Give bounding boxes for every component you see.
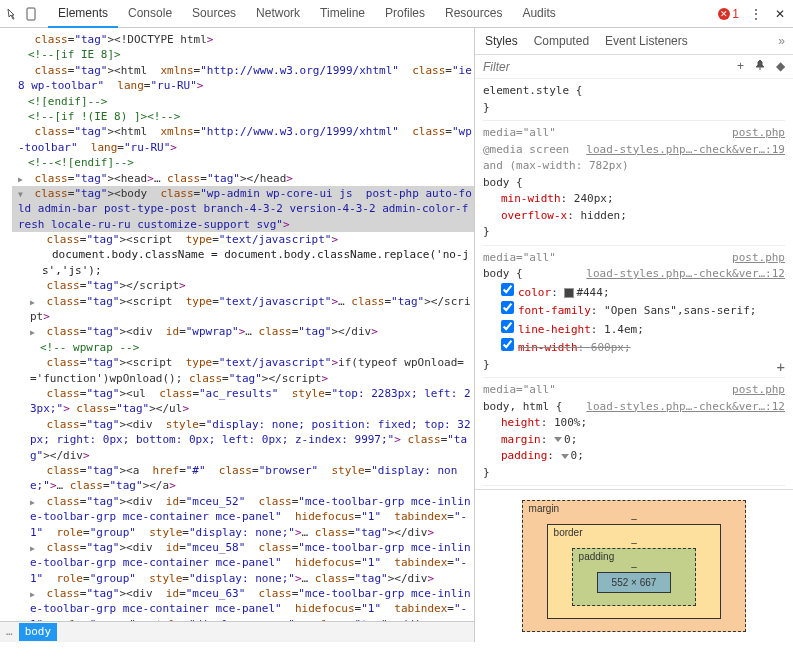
dom-node[interactable]: <![endif]--> [12, 94, 474, 109]
css-rules[interactable]: element.style {}media="all"post.php@medi… [475, 79, 793, 489]
error-icon: ✕ [718, 8, 730, 20]
padding-label: padding [579, 551, 615, 562]
expand-icon[interactable]: » [778, 34, 785, 48]
css-rule[interactable]: element.style {} [483, 79, 785, 121]
device-icon[interactable] [24, 7, 38, 21]
css-rule[interactable]: media="all"post.php@media screenload-sty… [483, 121, 785, 246]
dom-node[interactable]: class="tag"><a href="#" class="browser" … [12, 463, 474, 494]
dom-node[interactable]: class="tag"><script type="text/javascrip… [12, 294, 474, 325]
tab-sources[interactable]: Sources [182, 0, 246, 28]
dom-node[interactable]: class="tag"><head>… class="tag"></head> [12, 171, 474, 186]
css-rule[interactable]: media="all"post.phpbody, p {load-styles.… [483, 486, 785, 489]
panel-tabs: ElementsConsoleSourcesNetworkTimelinePro… [48, 0, 566, 28]
dom-node[interactable]: class="tag"><script type="text/javascrip… [12, 355, 474, 386]
dom-node[interactable]: class="tag"><div id="mceu_52" class="mce… [12, 494, 474, 540]
css-rule[interactable]: media="all"post.phpbody, html {load-styl… [483, 378, 785, 486]
dom-node[interactable]: class="tag"><script type="text/javascrip… [12, 232, 474, 247]
prop-toggle[interactable] [501, 338, 514, 351]
dom-node[interactable]: class="tag"><div style="display: none; p… [12, 417, 474, 463]
styles-pane: StylesComputedEvent Listeners» + ◆ eleme… [475, 28, 793, 642]
dom-node[interactable]: document.body.className = document.body.… [12, 247, 474, 278]
error-count: 1 [732, 7, 739, 21]
dom-node[interactable]: <!--[if !(IE 8) ]><!--> [12, 109, 474, 124]
dom-node[interactable]: <!--<![endif]--> [12, 155, 474, 170]
add-prop-icon[interactable]: + [777, 357, 785, 378]
content-size: 552 × 667 [597, 572, 672, 593]
dom-node[interactable]: class="tag"><div id="mceu_58" class="mce… [12, 540, 474, 586]
dom-node[interactable]: class="tag"><html xmlns="http://www.w3.o… [12, 124, 474, 155]
more-icon[interactable]: ⋮ [749, 7, 763, 21]
tab-console[interactable]: Console [118, 0, 182, 28]
tab-profiles[interactable]: Profiles [375, 0, 435, 28]
close-icon[interactable]: ✕ [773, 7, 787, 21]
breadcrumb: … body [0, 621, 474, 642]
styles-filter-input[interactable] [483, 60, 729, 74]
styles-tabs: StylesComputedEvent Listeners» [475, 28, 793, 55]
tab-resources[interactable]: Resources [435, 0, 512, 28]
box-model: margin – border – padding – 552 × 667 [475, 489, 793, 642]
margin-label: margin [529, 503, 560, 514]
inspect-icon[interactable] [6, 7, 20, 21]
add-rule-icon[interactable]: + [737, 59, 744, 74]
styles-tab-styles[interactable]: Styles [483, 32, 520, 50]
hover-icon[interactable]: ◆ [776, 59, 785, 74]
dom-node[interactable]: class="tag"></script> [12, 278, 474, 293]
svg-rect-0 [27, 8, 35, 20]
dom-node[interactable]: <!--[if IE 8]> [12, 47, 474, 62]
dom-node[interactable]: class="tag"><html xmlns="http://www.w3.o… [12, 63, 474, 94]
elements-dom-tree[interactable]: class="tag"><!DOCTYPE html><!--[if IE 8]… [0, 28, 475, 642]
dom-node[interactable]: <!-- wpwrap --> [12, 340, 474, 355]
styles-tab-event-listeners[interactable]: Event Listeners [603, 32, 690, 50]
dom-node[interactable]: class="tag"><ul class="ac_results" style… [12, 386, 474, 417]
prop-toggle[interactable] [501, 301, 514, 314]
dom-node[interactable]: class="tag"><!DOCTYPE html> [12, 32, 474, 47]
breadcrumb-body[interactable]: body [19, 623, 58, 640]
error-indicator[interactable]: ✕ 1 [718, 7, 739, 21]
devtools-toolbar: ElementsConsoleSourcesNetworkTimelinePro… [0, 0, 793, 28]
prop-toggle[interactable] [501, 283, 514, 296]
tab-elements[interactable]: Elements [48, 0, 118, 28]
border-label: border [554, 527, 583, 538]
prop-toggle[interactable] [501, 320, 514, 333]
pin-icon[interactable] [754, 59, 766, 74]
dom-node[interactable]: class="tag"><body class="wp-admin wp-cor… [12, 186, 474, 232]
styles-tab-computed[interactable]: Computed [532, 32, 591, 50]
breadcrumb-ellipsis[interactable]: … [6, 624, 13, 639]
tab-network[interactable]: Network [246, 0, 310, 28]
dom-node[interactable]: class="tag"><div id="wpwrap">… class="ta… [12, 324, 474, 339]
tab-timeline[interactable]: Timeline [310, 0, 375, 28]
tab-audits[interactable]: Audits [512, 0, 565, 28]
css-rule[interactable]: media="all"post.phpbody {load-styles.php… [483, 246, 785, 379]
